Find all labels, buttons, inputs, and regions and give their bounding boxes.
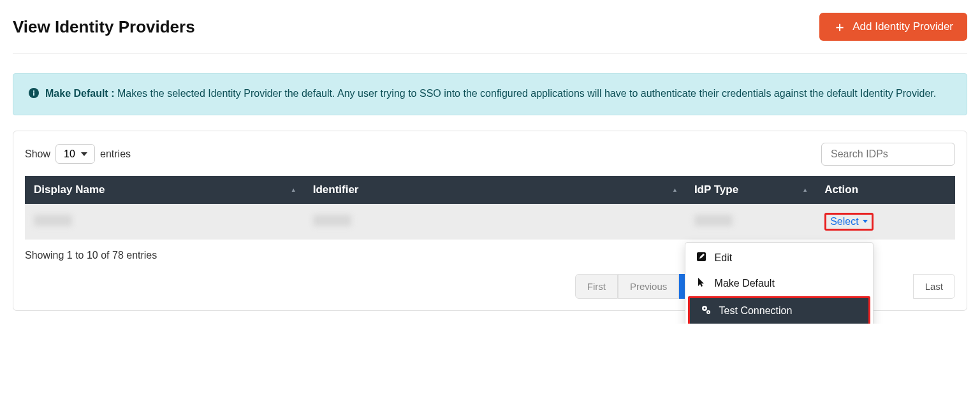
add-identity-provider-button[interactable]: ＋ Add Identity Provider [819,13,967,41]
page-title: View Identity Providers [13,17,195,37]
caret-down-icon [863,220,868,223]
info-icon [29,87,39,103]
svg-point-7 [708,312,709,313]
select-highlight-box: Select [824,213,873,231]
col-identifier[interactable]: Identifier [304,176,685,204]
info-text: Make Default : Makes the selected Identi… [45,85,936,103]
cell-idp-type [694,215,733,226]
menu-edit-label: Edit [715,252,733,264]
page-first[interactable]: First [575,274,618,299]
action-dropdown-menu: Edit Make Default [685,242,874,324]
show-entries: Show 10 entries [25,144,131,164]
menu-make-default-label: Make Default [715,278,775,289]
col-action: Action [815,176,955,204]
page-previous[interactable]: Previous [618,274,679,299]
search-input[interactable] [821,143,955,166]
cursor-icon [696,277,707,290]
info-body: Makes the selected Identity Provider the… [117,88,936,99]
gears-icon [700,305,712,317]
svg-rect-1 [33,92,34,96]
cell-identifier [313,215,351,226]
table-row: Select Edit [25,204,955,240]
cell-display-name [34,215,72,226]
menu-edit[interactable]: Edit [685,245,873,271]
info-strong: Make Default : [45,88,117,99]
entries-label: entries [100,148,131,160]
info-banner: Make Default : Makes the selected Identi… [13,73,967,115]
select-label: Select [830,216,858,227]
plus-icon: ＋ [833,20,846,33]
col-display-name[interactable]: Display Name [25,176,304,204]
menu-make-default[interactable]: Make Default [685,271,873,296]
idp-table: Display Name Identifier IdP Type Action … [25,176,955,240]
add-button-label: Add Identity Provider [852,20,953,33]
svg-point-5 [703,307,705,309]
edit-icon [696,252,707,264]
menu-test-connection[interactable]: Test Connection [688,296,870,324]
idp-table-card: Show 10 entries Display Name Identifier … [13,131,967,311]
svg-rect-2 [33,90,34,92]
page-last[interactable]: Last [913,274,955,299]
select-action-dropdown[interactable]: Select [830,216,867,227]
page-size-select[interactable]: 10 [55,144,95,164]
menu-test-connection-label: Test Connection [719,305,793,317]
col-idp-type[interactable]: IdP Type [685,176,815,204]
show-label: Show [25,148,50,160]
